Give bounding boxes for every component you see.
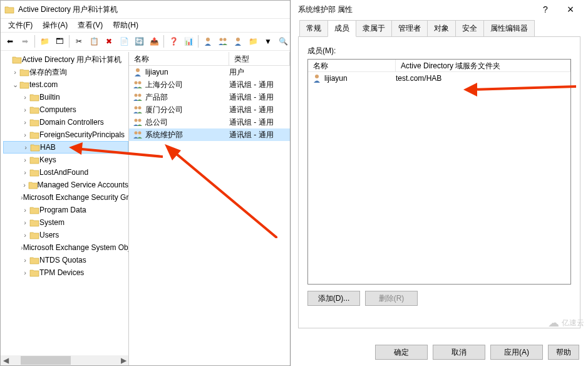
folder-icon bbox=[19, 68, 29, 76]
folder-icon bbox=[29, 268, 39, 277]
tree-pane[interactable]: Active Directory 用户和计算机›保存的查询⌄test.com›B… bbox=[1, 52, 129, 365]
main-window-titlebar: Active Directory 用户和计算机 bbox=[1, 1, 291, 18]
user-icon bbox=[312, 73, 322, 83]
up-button[interactable]: 📁 bbox=[38, 34, 51, 48]
app-icon bbox=[4, 5, 14, 14]
apply-button[interactable]: 应用(A) bbox=[490, 345, 543, 360]
tree-node[interactable]: ›Computers bbox=[3, 103, 128, 116]
folder-icon bbox=[30, 143, 40, 152]
scrollbar-thumb[interactable] bbox=[21, 356, 71, 365]
folder-icon bbox=[29, 256, 39, 264]
search-button[interactable]: 🔍 bbox=[276, 34, 290, 48]
column-type[interactable]: 类型 bbox=[229, 52, 290, 65]
tree-node[interactable]: ›Microsoft Exchange System Objects bbox=[3, 241, 128, 254]
folder-icon bbox=[12, 55, 22, 64]
tree-node[interactable]: ›HAB bbox=[3, 141, 128, 154]
dialog-help-footer-button[interactable]: 帮助 bbox=[548, 345, 579, 360]
remove-button[interactable]: 删除(R) bbox=[365, 291, 418, 306]
tab-5[interactable]: 安全 bbox=[455, 20, 484, 36]
tree-node[interactable]: ›ForeignSecurityPrincipals bbox=[3, 128, 128, 141]
tab-6[interactable]: 属性编辑器 bbox=[483, 20, 535, 36]
menu-help[interactable]: 帮助(H) bbox=[113, 20, 138, 31]
tab-3[interactable]: 管理者 bbox=[391, 20, 428, 36]
help-button[interactable]: ❓ bbox=[167, 34, 180, 48]
list-row[interactable]: 厦门分公司通讯组 - 通用 bbox=[129, 103, 290, 116]
list-row[interactable]: 系统维护部通讯组 - 通用 bbox=[129, 128, 290, 141]
folder-icon bbox=[29, 118, 39, 127]
members-listbox[interactable]: 名称 Active Directory 域服务文件夹 lijiayuntest.… bbox=[307, 59, 571, 285]
tree-node[interactable]: ›TPM Devices bbox=[3, 266, 128, 279]
members-label: 成员(M): bbox=[307, 46, 571, 56]
export-button[interactable]: 📤 bbox=[147, 34, 161, 48]
cancel-button[interactable]: 取消 bbox=[433, 345, 485, 360]
tree-node[interactable]: ›NTDS Quotas bbox=[3, 254, 128, 266]
filter-button[interactable]: 📊 bbox=[182, 34, 195, 48]
group-icon bbox=[133, 130, 143, 140]
list-row[interactable]: 产品部通讯组 - 通用 bbox=[129, 91, 290, 103]
folder-icon bbox=[29, 218, 39, 227]
dialog-help-button[interactable]: ? bbox=[533, 2, 558, 17]
folder-icon bbox=[29, 231, 39, 239]
member-column-name[interactable]: 名称 bbox=[308, 60, 396, 71]
tab-0[interactable]: 常规 bbox=[299, 20, 328, 36]
add-member-button[interactable] bbox=[231, 34, 245, 48]
tree-node[interactable]: ›Managed Service Accounts bbox=[3, 179, 128, 191]
show-hide-tree-button[interactable]: 🗔 bbox=[53, 34, 66, 48]
back-button[interactable]: ⬅ bbox=[3, 34, 17, 48]
find-user-button[interactable] bbox=[201, 34, 215, 48]
refresh-button[interactable]: 🔄 bbox=[132, 34, 146, 48]
folder-icon bbox=[29, 206, 39, 214]
list-row[interactable]: lijiayun用户 bbox=[129, 66, 290, 78]
tree-node[interactable]: ›Builtin bbox=[3, 91, 128, 103]
group-icon bbox=[133, 92, 143, 102]
dialog-title: 系统维护部 属性 bbox=[296, 4, 533, 15]
tree-node[interactable]: ›Keys bbox=[3, 154, 128, 166]
ok-button[interactable]: 确定 bbox=[375, 345, 428, 360]
tree-node[interactable]: ›LostAndFound bbox=[3, 166, 128, 179]
folder-icon bbox=[29, 130, 39, 139]
properties-button[interactable]: 📄 bbox=[117, 34, 131, 48]
filter2-button[interactable]: ▼ bbox=[261, 34, 275, 48]
tree-node[interactable]: ›Program Data bbox=[3, 204, 128, 216]
tree-root[interactable]: Active Directory 用户和计算机 bbox=[3, 53, 128, 66]
member-column-folder[interactable]: Active Directory 域服务文件夹 bbox=[396, 60, 570, 71]
group-icon bbox=[133, 117, 143, 127]
dialog-close-button[interactable]: × bbox=[558, 2, 583, 17]
copy-button[interactable]: 📋 bbox=[87, 34, 101, 48]
horizontal-scrollbar[interactable]: ◀ ▶ bbox=[1, 355, 128, 365]
tree-saved-queries[interactable]: ›保存的查询 bbox=[3, 66, 128, 78]
menu-file[interactable]: 文件(F) bbox=[8, 20, 33, 31]
add-button[interactable]: 添加(D)... bbox=[307, 291, 360, 306]
list-row[interactable]: 总公司通讯组 - 通用 bbox=[129, 116, 290, 128]
list-row[interactable]: 上海分公司通讯组 - 通用 bbox=[129, 78, 290, 91]
tab-1[interactable]: 成员 bbox=[328, 20, 356, 37]
column-name[interactable]: 名称 bbox=[129, 52, 229, 65]
tree-node[interactable]: ›Users bbox=[3, 229, 128, 241]
cut-button[interactable]: ✂ bbox=[72, 34, 86, 48]
tree-node[interactable]: ›System bbox=[3, 216, 128, 229]
user-icon bbox=[133, 67, 143, 77]
tab-strip: 常规成员隶属于管理者对象安全属性编辑器 bbox=[291, 19, 588, 36]
tree-domain[interactable]: ⌄test.com bbox=[3, 78, 128, 91]
list-pane[interactable]: 名称 类型 lijiayun用户上海分公司通讯组 - 通用产品部通讯组 - 通用… bbox=[129, 52, 291, 365]
tree-node[interactable]: ›Domain Controllers bbox=[3, 116, 128, 128]
folder-icon bbox=[29, 155, 39, 164]
menu-view[interactable]: 查看(V) bbox=[78, 20, 103, 31]
group-icon bbox=[133, 105, 143, 115]
folder-icon bbox=[19, 80, 29, 89]
toolbar: ⬅ ➡ 📁 🗔 ✂ 📋 ✖ 📄 🔄 📤 ❓ 📊 📁 ▼ 🔍 bbox=[1, 32, 291, 51]
tree-node[interactable]: ›Microsoft Exchange Security Groups bbox=[3, 191, 128, 204]
new-ou-button[interactable]: 📁 bbox=[246, 34, 260, 48]
watermark: ☁ 亿速云 bbox=[548, 316, 584, 330]
group-icon bbox=[133, 80, 143, 90]
list-header: 名称 类型 bbox=[129, 52, 290, 66]
member-row[interactable]: lijiayuntest.com/HAB bbox=[308, 72, 570, 85]
forward-button[interactable]: ➡ bbox=[18, 34, 32, 48]
delete-button[interactable]: ✖ bbox=[102, 34, 116, 48]
new-group-button[interactable] bbox=[216, 34, 230, 48]
folder-icon bbox=[29, 168, 39, 177]
folder-icon bbox=[28, 180, 37, 189]
tab-4[interactable]: 对象 bbox=[427, 20, 456, 36]
tab-2[interactable]: 隶属于 bbox=[356, 20, 392, 36]
menu-action[interactable]: 操作(A) bbox=[43, 20, 68, 31]
